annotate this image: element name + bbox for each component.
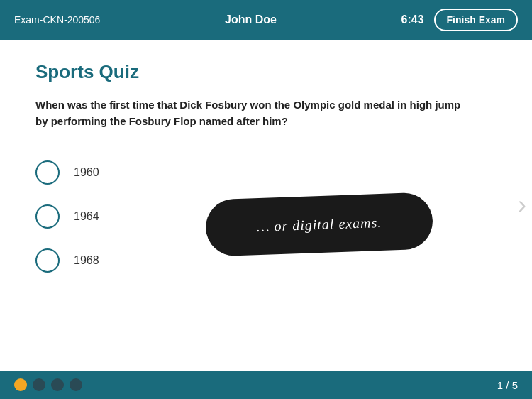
question-text: When was the first time that Dick Fosbur…: [35, 97, 461, 129]
radio-1964[interactable]: [35, 204, 60, 229]
dot-4: [70, 378, 82, 391]
dot-3: [51, 378, 64, 391]
main-content: Sports Quiz When was the first time that…: [0, 40, 532, 371]
page-indicator: 1 / 5: [497, 379, 518, 391]
progress-dots: [14, 378, 82, 391]
next-page-chevron[interactable]: ›: [518, 190, 526, 220]
radio-1968[interactable]: [35, 248, 60, 273]
dot-2: [33, 378, 45, 391]
annotation-overlay: … or digital exams.: [205, 192, 434, 256]
dot-1: [14, 378, 27, 391]
option-label-1968: 1968: [74, 254, 99, 267]
radio-1960[interactable]: [35, 160, 60, 185]
annotation-text: … or digital exams.: [256, 214, 382, 234]
exam-id: Exam-CKN-200506: [14, 14, 100, 26]
header: Exam-CKN-200506 John Doe 6:43 Finish Exa…: [0, 0, 532, 40]
finish-exam-button[interactable]: Finish Exam: [434, 9, 518, 31]
user-name: John Doe: [225, 13, 277, 26]
timer-display: 6:43: [401, 13, 424, 26]
header-right: 6:43 Finish Exam: [401, 9, 519, 31]
quiz-title: Sports Quiz: [35, 40, 497, 97]
option-label-1960: 1960: [74, 166, 99, 179]
option-label-1964: 1964: [74, 210, 99, 223]
bottom-bar: 1 / 5: [0, 371, 532, 399]
option-1960[interactable]: 1960: [35, 151, 497, 195]
